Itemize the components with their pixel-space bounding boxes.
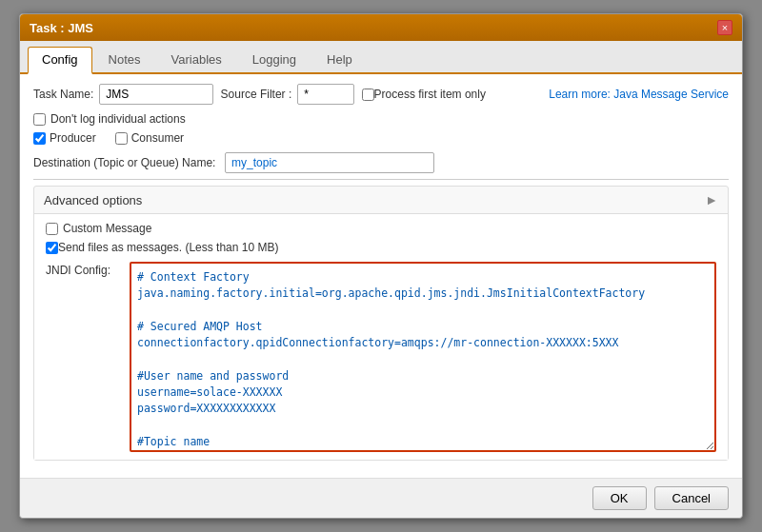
- tab-bar: Config Notes Variables Logging Help: [20, 41, 742, 74]
- custom-message-label: Custom Message: [63, 222, 151, 235]
- title-bar: Task : JMS ×: [20, 14, 742, 41]
- footer: OK Cancel: [20, 478, 742, 518]
- task-name-label: Task Name:: [33, 88, 93, 101]
- dont-log-label: Don't log individual actions: [50, 112, 186, 126]
- destination-row: Destination (Topic or Queue) Name:: [33, 152, 729, 173]
- process-first-label: Process first item only: [374, 88, 486, 101]
- custom-message-checkbox[interactable]: [46, 223, 58, 235]
- tab-help[interactable]: Help: [312, 47, 367, 72]
- main-content: Task Name: Source Filter : Process first…: [20, 74, 742, 478]
- source-filter-label: Source Filter :: [221, 88, 292, 101]
- producer-consumer-group: Producer Consumer: [33, 131, 729, 145]
- learn-more-link[interactable]: Learn more: Java Message Service: [549, 88, 729, 101]
- tab-config[interactable]: Config: [28, 47, 92, 74]
- dont-log-row: Don't log individual actions: [33, 112, 729, 126]
- tab-notes[interactable]: Notes: [94, 47, 155, 72]
- close-button[interactable]: ×: [717, 20, 732, 35]
- divider: [33, 179, 729, 180]
- destination-label: Destination (Topic or Queue) Name:: [33, 156, 215, 169]
- advanced-header[interactable]: Advanced options ►: [34, 187, 728, 213]
- collapse-icon: ►: [705, 192, 718, 207]
- jndi-textarea[interactable]: # Context Factory java.naming.factory.in…: [130, 262, 716, 452]
- jndi-label: JNDI Config:: [46, 262, 122, 277]
- producer-item: Producer: [33, 131, 102, 145]
- cancel-button[interactable]: Cancel: [654, 486, 729, 510]
- producer-checkbox[interactable]: [33, 132, 46, 145]
- consumer-checkbox[interactable]: [115, 132, 128, 145]
- jndi-row: JNDI Config: # Context Factory java.nami…: [46, 262, 716, 452]
- custom-message-row: Custom Message: [46, 222, 716, 235]
- dont-log-checkbox[interactable]: [33, 113, 46, 126]
- source-filter-input[interactable]: [297, 84, 354, 105]
- send-files-checkbox[interactable]: [46, 242, 58, 254]
- producer-label: Producer: [50, 131, 96, 145]
- advanced-title: Advanced options: [44, 193, 142, 207]
- consumer-item: Consumer: [115, 131, 190, 145]
- destination-input[interactable]: [225, 152, 434, 173]
- tab-variables[interactable]: Variables: [157, 47, 236, 72]
- task-name-row: Task Name: Source Filter : Process first…: [33, 84, 729, 105]
- task-name-input[interactable]: [99, 84, 213, 105]
- advanced-content: Custom Message Send files as messages. (…: [34, 213, 728, 460]
- process-first-checkbox[interactable]: [362, 89, 374, 101]
- ok-button[interactable]: OK: [592, 486, 647, 510]
- dialog: Task : JMS × Config Notes Variables Logg…: [19, 13, 743, 519]
- tab-logging[interactable]: Logging: [238, 47, 311, 72]
- send-files-label: Send files as messages. (Less than 10 MB…: [58, 241, 278, 254]
- send-files-row: Send files as messages. (Less than 10 MB…: [46, 241, 716, 254]
- advanced-section: Advanced options ► Custom Message Send f…: [33, 186, 729, 461]
- consumer-label: Consumer: [131, 131, 184, 145]
- dialog-title: Task : JMS: [30, 21, 93, 35]
